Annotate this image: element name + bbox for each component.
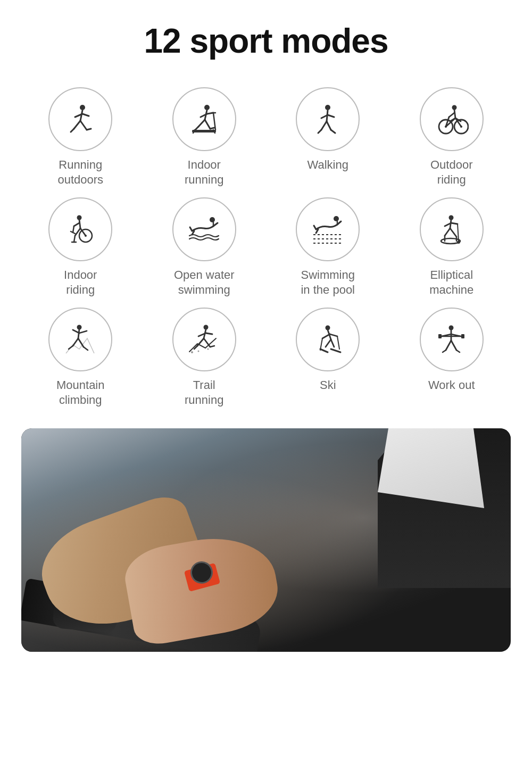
svg-line-33 bbox=[449, 113, 454, 117]
svg-line-83 bbox=[84, 347, 88, 350]
sport-label: Trailrunning bbox=[185, 378, 223, 407]
svg-line-3 bbox=[80, 121, 87, 130]
sport-label: Walking bbox=[307, 157, 348, 172]
svg-line-5 bbox=[82, 114, 89, 116]
sport-label: Ski bbox=[320, 378, 336, 393]
sport-label: Indoorriding bbox=[64, 268, 97, 297]
sport-icon-circle bbox=[296, 197, 360, 261]
sport-icon-circle bbox=[48, 308, 112, 371]
svg-line-6 bbox=[71, 129, 74, 132]
svg-line-79 bbox=[78, 338, 84, 347]
svg-line-27 bbox=[318, 130, 321, 133]
trail-icon bbox=[187, 322, 221, 357]
open-swim-icon bbox=[187, 212, 221, 247]
elliptical-icon bbox=[434, 212, 469, 247]
sport-icon-circle bbox=[420, 197, 484, 261]
svg-point-57 bbox=[334, 216, 339, 221]
svg-line-26 bbox=[328, 115, 334, 117]
svg-line-110 bbox=[456, 350, 460, 352]
treadmill-icon bbox=[187, 102, 221, 137]
sport-icon-circle bbox=[420, 87, 484, 151]
svg-line-10 bbox=[198, 120, 205, 127]
svg-line-107 bbox=[446, 341, 451, 350]
svg-point-94 bbox=[207, 348, 209, 350]
sports-grid: Runningoutdoors Indoorrunni bbox=[0, 71, 532, 418]
sport-label: Swimmingin the pool bbox=[301, 268, 355, 297]
svg-point-92 bbox=[191, 351, 193, 353]
sport-item-mountain-climbing: Mountainclimbing bbox=[21, 308, 140, 407]
svg-point-21 bbox=[325, 105, 330, 110]
svg-line-68 bbox=[450, 228, 456, 237]
svg-rect-16 bbox=[192, 130, 216, 132]
cycling-icon bbox=[434, 102, 469, 137]
svg-point-47 bbox=[85, 235, 87, 237]
sport-label: Runningoutdoors bbox=[57, 157, 103, 187]
sport-icon-circle bbox=[48, 87, 112, 151]
svg-point-75 bbox=[457, 240, 460, 244]
svg-line-103 bbox=[320, 349, 328, 352]
svg-line-89 bbox=[206, 333, 212, 334]
svg-line-48 bbox=[74, 236, 75, 242]
workout-icon bbox=[434, 322, 469, 357]
svg-line-78 bbox=[73, 338, 78, 346]
svg-line-2 bbox=[74, 121, 80, 129]
sport-item-elliptical: Ellipticalmachine bbox=[393, 197, 511, 297]
svg-line-67 bbox=[445, 228, 450, 236]
svg-line-109 bbox=[443, 350, 446, 352]
svg-line-87 bbox=[204, 338, 210, 347]
sport-item-trail-running: Trailrunning bbox=[145, 308, 264, 407]
svg-line-45 bbox=[74, 223, 79, 226]
svg-line-50 bbox=[73, 226, 74, 233]
sport-item-walking: Walking bbox=[269, 87, 387, 187]
climbing-icon bbox=[63, 322, 98, 357]
sport-label: Indoorrunning bbox=[185, 157, 223, 187]
sport-icon-circle bbox=[296, 308, 360, 371]
svg-line-54 bbox=[190, 227, 192, 231]
svg-line-7 bbox=[87, 129, 91, 130]
sport-icon-circle bbox=[172, 308, 236, 371]
sport-label: Mountainclimbing bbox=[56, 378, 105, 407]
svg-line-24 bbox=[327, 121, 331, 130]
sport-label: Ellipticalmachine bbox=[429, 268, 473, 297]
svg-line-91 bbox=[210, 346, 214, 347]
svg-line-104 bbox=[331, 349, 340, 352]
svg-line-30 bbox=[454, 110, 455, 118]
pool-swim-icon bbox=[311, 212, 345, 247]
svg-line-99 bbox=[322, 334, 330, 338]
svg-line-108 bbox=[451, 341, 456, 350]
svg-line-77 bbox=[78, 329, 79, 338]
svg-point-52 bbox=[210, 217, 215, 222]
walking-icon bbox=[311, 102, 345, 137]
sport-icon-circle bbox=[296, 87, 360, 151]
ski-icon bbox=[311, 322, 345, 357]
cycling-photo bbox=[21, 428, 511, 652]
sport-icon-circle bbox=[48, 197, 112, 261]
sport-item-running-outdoors: Runningoutdoors bbox=[21, 87, 140, 187]
sport-label: Open waterswimming bbox=[174, 268, 235, 297]
svg-line-42 bbox=[79, 220, 80, 228]
stationary-bike-icon bbox=[63, 212, 98, 247]
sport-icon-circle bbox=[420, 308, 484, 371]
svg-point-93 bbox=[198, 350, 200, 352]
svg-line-70 bbox=[451, 223, 458, 224]
sport-icon-circle bbox=[172, 197, 236, 261]
sport-item-outdoor-riding: Outdoorriding bbox=[393, 87, 511, 187]
svg-line-15 bbox=[210, 128, 214, 129]
svg-line-98 bbox=[331, 339, 334, 347]
svg-line-11 bbox=[205, 120, 210, 129]
page-title: 12 sport modes bbox=[0, 0, 532, 71]
sport-icon-circle bbox=[172, 87, 236, 151]
sport-item-workout: Work out bbox=[393, 308, 511, 407]
running-icon bbox=[63, 102, 98, 137]
sport-item-swimming-pool: Swimmingin the pool bbox=[269, 197, 387, 297]
svg-line-102 bbox=[337, 336, 339, 349]
svg-line-97 bbox=[326, 339, 331, 347]
svg-line-28 bbox=[331, 130, 335, 133]
svg-line-59 bbox=[314, 226, 316, 229]
svg-line-81 bbox=[79, 331, 87, 333]
sport-item-indoor-riding: Indoorriding bbox=[21, 197, 140, 297]
sport-item-indoor-running: Indoorrunning bbox=[145, 87, 264, 187]
svg-line-74 bbox=[458, 224, 459, 241]
sport-item-ski: Ski bbox=[269, 308, 387, 407]
sport-label: Outdoorriding bbox=[430, 157, 473, 187]
